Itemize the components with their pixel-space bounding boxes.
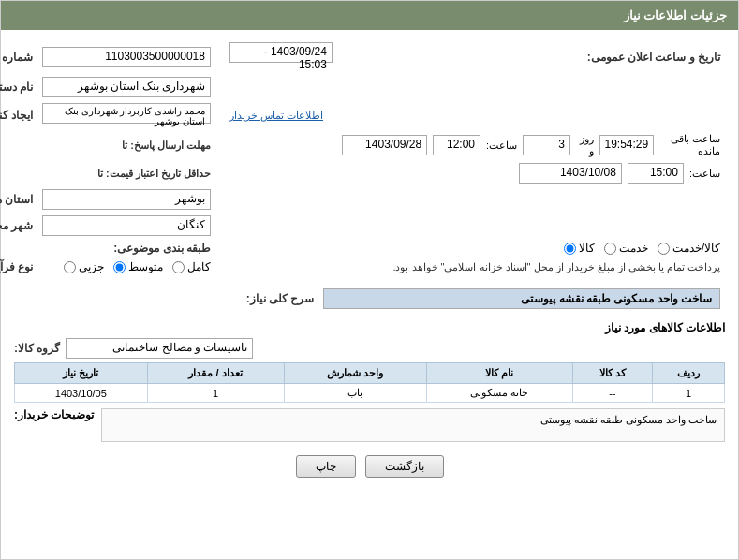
table-row: 1 -- خانه مسکونی باب 1 1403/10/05	[15, 384, 725, 403]
announce-datetime-value: 1403/09/24 - 15:03	[229, 42, 333, 63]
category-khedmat[interactable]: خدمت	[604, 242, 648, 255]
reply-time-remaining-unit: ساعت باقی مانده	[659, 133, 720, 157]
category-label: طبقه بندی موضوعی:	[0, 239, 215, 258]
creator-label: ایجاد کننده درخواست:	[0, 100, 37, 130]
cell-quantity: 1	[147, 384, 284, 403]
description-section: ساخت واحد مسکونی طبقه نقشه پیوستی سرح کل…	[14, 284, 725, 314]
reply-date-value: 1403/09/28	[342, 135, 427, 155]
main-form: تاریخ و ساعت اعلان عمومی: 1403/09/24 - 1…	[0, 39, 725, 276]
announce-datetime-label: تاریخ و ساعت اعلان عمومی:	[337, 39, 725, 74]
delivery-province-label: استان محل تحویل:	[0, 186, 37, 213]
goods-category-row: تاسیسات و مصالح ساختمانی گروه کالا:	[14, 338, 725, 359]
buyer-org-value: شهرداری بنک استان بوشهر	[42, 77, 211, 97]
reply-time-value: 12:00	[433, 135, 480, 155]
purchase-partial[interactable]: جزیی	[64, 260, 104, 273]
category-kala[interactable]: کالا	[564, 242, 595, 255]
buyer-notes-label: توضیحات خریدار:	[14, 408, 94, 421]
page-title: جزئیات اطلاعات نیاز	[624, 8, 727, 22]
col-date: تاریخ نیاز	[15, 363, 148, 384]
col-quantity: تعداد / مقدار	[147, 363, 284, 384]
category-kala-khedmat[interactable]: کالا/خدمت	[658, 242, 720, 255]
action-buttons: بازگشت چاپ	[14, 455, 725, 478]
goods-category-label: گروه کالا:	[14, 342, 60, 355]
page-header: جزئیات اطلاعات نیاز	[1, 1, 738, 30]
print-button[interactable]: چاپ	[296, 455, 356, 478]
col-unit: واحد شمارش	[284, 363, 426, 384]
buyer-notes-value: ساخت واحد مسکونی طبقه نقشه پیوستی	[101, 408, 725, 442]
need-number-label: شماره نیاز:	[0, 39, 37, 74]
reply-days-value: 3	[523, 135, 570, 155]
delivery-city-label: شهر محل تحویل:	[0, 213, 37, 239]
reply-deadline-label: مهلت ارسال پاسخ: تا	[0, 130, 215, 160]
delivery-city-value: کنگان	[42, 215, 211, 236]
purchase-type-label: نوع فرآیند خرید :	[0, 258, 37, 276]
col-rownum: ردیف	[653, 363, 725, 384]
validity-date-value: 1403/10/08	[519, 163, 622, 184]
buyer-org-label: نام دستگاه خریدار:	[0, 74, 37, 100]
goods-category-value: تاسیسات و مصالح ساختمانی	[66, 338, 253, 359]
purchase-full[interactable]: کامل	[172, 260, 211, 273]
purchase-note: پرداخت تمام یا بخشی از مبلغ خریدار از مح…	[392, 261, 720, 273]
delivery-province-value: بوشهر	[42, 189, 211, 210]
col-name: نام کالا	[426, 363, 572, 384]
cell-date: 1403/10/05	[15, 384, 148, 403]
cell-code: --	[572, 384, 652, 403]
cell-unit: باب	[284, 384, 426, 403]
cell-rownum: 1	[653, 384, 725, 403]
back-button[interactable]: بازگشت	[365, 455, 444, 478]
col-code: کد کالا	[572, 363, 652, 384]
goods-table: ردیف کد کالا نام کالا واحد شمارش تعداد /…	[14, 362, 725, 403]
reply-time-remaining-value: 19:54:29	[599, 135, 655, 155]
contact-link[interactable]: اطلاعات تماس خریدار	[229, 110, 323, 121]
description-box: ساخت واحد مسکونی طبقه نقشه پیوستی	[323, 288, 720, 309]
reply-time-unit: روز و	[576, 133, 594, 157]
validity-time-label: ساعت:	[689, 168, 720, 180]
need-number-value: 1103003500000018	[42, 47, 211, 67]
purchase-medium[interactable]: متوسط	[113, 260, 163, 273]
creator-value: محمد راشدی کاربردار شهرداری بنک استان بو…	[42, 103, 211, 124]
reply-time-label: ساعت:	[486, 140, 517, 152]
buyer-notes-section: ساخت واحد مسکونی طبقه نقشه پیوستی توضیحا…	[14, 408, 725, 448]
description-label: سرح کلی نیاز:	[14, 284, 318, 314]
validity-time-value: 15:00	[628, 163, 684, 184]
goods-section-title: اطلاعات کالاهای مورد نیاز	[14, 321, 725, 334]
cell-name: خانه مسکونی	[426, 384, 572, 403]
validity-label: حداقل تاریخ اعتبار قیمت: تا	[0, 160, 215, 186]
